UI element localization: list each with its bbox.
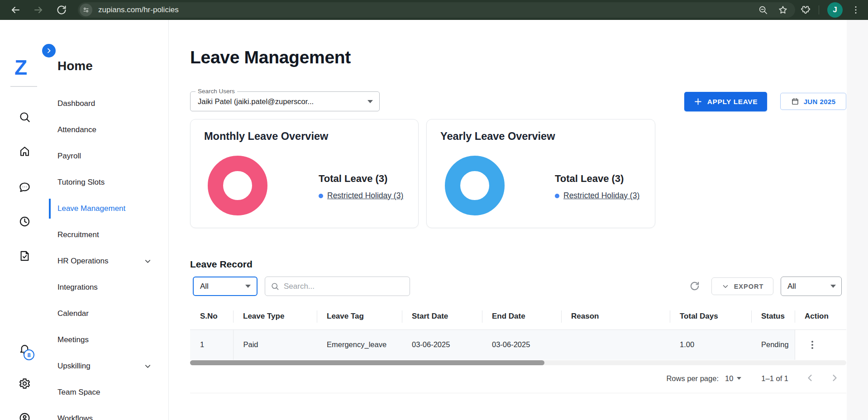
search-users-select[interactable]: Search Users Jaiki Patel (jaiki.patel@zu…	[190, 91, 380, 111]
chat-icon[interactable]	[19, 181, 31, 193]
sidebar-item-label: Upskilling	[57, 362, 91, 371]
chevron-left-icon	[805, 372, 816, 383]
plus-icon	[694, 97, 702, 106]
column-header-s-no: S.No	[190, 304, 233, 329]
leave-record-heading: Leave Record	[190, 259, 253, 270]
search-users-label: Search Users	[196, 88, 237, 95]
legend-dot-icon	[555, 194, 559, 198]
forward-icon[interactable]	[33, 5, 44, 15]
apply-leave-label: APPLY LEAVE	[707, 98, 758, 106]
sidebar-item-attendance[interactable]: Attendance	[49, 117, 168, 143]
sidebar-list: DashboardAttendancePayrollTutoring Slots…	[49, 91, 168, 420]
yearly-donut-chart	[445, 156, 505, 215]
profile-avatar[interactable]: J	[827, 2, 843, 18]
next-page-button[interactable]	[828, 372, 841, 386]
sidebar-item-leave-management[interactable]: Leave Management	[49, 196, 168, 222]
settings-gear-icon[interactable]	[19, 377, 31, 390]
sidebar-item-label: Payroll	[57, 152, 81, 161]
sidebar-item-label: Calendar	[57, 309, 89, 318]
icon-rail: Z 8	[0, 20, 49, 420]
restricted-holiday-link[interactable]: Restricted Holiday (3)	[563, 191, 639, 200]
column-header-action: Action	[795, 304, 846, 329]
sidebar-item-tutoring-slots[interactable]: Tutoring Slots	[49, 169, 168, 196]
sidebar-item-upskilling[interactable]: Upskilling	[49, 353, 168, 379]
page-title: Leave Management	[190, 48, 351, 67]
page-gutter	[847, 20, 868, 420]
reload-icon[interactable]	[56, 5, 67, 15]
sidebar: Home DashboardAttendancePayrollTutoring …	[49, 20, 169, 420]
row-actions-kebab-button[interactable]	[808, 338, 817, 352]
sidebar-item-workflows[interactable]: Workflows	[49, 406, 168, 420]
status-filter-select[interactable]: All	[781, 277, 842, 296]
sidebar-item-meetings[interactable]: Meetings	[49, 327, 168, 353]
export-button[interactable]: EXPORT	[711, 277, 773, 295]
pagination-range: 1–1 of 1	[761, 374, 788, 383]
month-picker-button[interactable]: JUN 2025	[780, 93, 846, 110]
legend-item[interactable]: Restricted Holiday (3)	[319, 191, 403, 200]
rows-per-page-label: Rows per page:	[666, 374, 719, 383]
card-legend: Total Leave (3) Restricted Holiday (3)	[319, 173, 403, 200]
zoom-out-icon[interactable]	[758, 5, 768, 15]
sidebar-item-label: Dashboard	[57, 99, 95, 108]
sidebar-item-label: Leave Management	[57, 204, 125, 213]
table-cell	[561, 329, 670, 360]
sidebar-title: Home	[57, 59, 93, 73]
site-settings-icon[interactable]	[80, 4, 92, 16]
url-text[interactable]: zupians.com/hr-policies	[98, 5, 179, 14]
logo-divider	[10, 86, 37, 87]
browser-menu-kebab-icon[interactable]	[851, 5, 861, 15]
calendar-icon	[791, 97, 799, 105]
sidebar-item-team-space[interactable]: Team Space	[49, 379, 168, 406]
address-bar[interactable]: zupians.com/hr-policies	[78, 2, 795, 18]
table-cell: 1.00	[670, 329, 751, 360]
record-search-input[interactable]	[284, 282, 404, 291]
chevron-down-icon	[737, 377, 741, 380]
horizontal-scrollbar[interactable]	[190, 360, 846, 365]
extensions-icon[interactable]	[801, 5, 811, 15]
sidebar-item-label: Attendance	[57, 125, 96, 134]
sidebar-item-recruitment[interactable]: Recruitment	[49, 222, 168, 248]
total-leave-label: Total Leave (3)	[555, 173, 639, 185]
chevron-down-icon	[245, 285, 251, 288]
back-icon[interactable]	[10, 5, 21, 15]
sidebar-item-label: Recruitment	[57, 230, 99, 239]
bookmark-star-icon[interactable]	[778, 5, 788, 15]
sidebar-collapse-toggle[interactable]	[42, 44, 56, 57]
search-icon	[271, 282, 279, 291]
sidebar-item-payroll[interactable]: Payroll	[49, 143, 168, 169]
app-logo[interactable]: Z	[14, 57, 27, 78]
sidebar-item-label: Workflows	[57, 414, 93, 420]
legend-item[interactable]: Restricted Holiday (3)	[555, 191, 639, 200]
apply-leave-button[interactable]: APPLY LEAVE	[684, 92, 767, 111]
search-icon[interactable]	[19, 111, 31, 123]
previous-page-button[interactable]	[804, 372, 816, 386]
card-title: Monthly Leave Overview	[204, 130, 328, 143]
sidebar-item-calendar[interactable]: Calendar	[49, 301, 168, 327]
refresh-button[interactable]	[688, 280, 701, 293]
table-body: 1PaidEmergency_leave03-06-202503-06-2025…	[190, 329, 846, 360]
column-header-leave-type: Leave Type	[233, 304, 317, 329]
column-header-end-date: End Date	[482, 304, 561, 329]
table-cell: 03-06-2025	[482, 329, 561, 360]
sidebar-item-hr-operations[interactable]: HR Operations	[49, 248, 168, 274]
chevron-down-icon	[830, 285, 836, 288]
sidebar-item-label: Meetings	[57, 335, 89, 344]
table-cell: Paid	[233, 329, 317, 360]
restricted-holiday-link[interactable]: Restricted Holiday (3)	[327, 191, 403, 200]
clock-icon[interactable]	[19, 215, 31, 228]
table-header: S.NoLeave TypeLeave TagStart DateEnd Dat…	[190, 304, 846, 329]
home-icon[interactable]	[19, 145, 31, 158]
table-cell: 1	[190, 329, 233, 360]
account-icon[interactable]	[19, 412, 31, 420]
tasks-doc-icon[interactable]	[19, 250, 31, 262]
sidebar-item-dashboard[interactable]: Dashboard	[49, 91, 168, 117]
leave-type-filter-select[interactable]: All	[193, 277, 258, 296]
sidebar-item-label: HR Operations	[57, 257, 108, 266]
scrollbar-thumb[interactable]	[190, 360, 544, 365]
rows-per-page-select[interactable]: 10	[725, 374, 741, 383]
browser-actions: J	[801, 2, 868, 18]
column-header-total-days: Total Days	[670, 304, 751, 329]
column-header-reason: Reason	[561, 304, 670, 329]
table-row: 1PaidEmergency_leave03-06-202503-06-2025…	[190, 329, 846, 360]
sidebar-item-integrations[interactable]: Integrations	[49, 274, 168, 301]
